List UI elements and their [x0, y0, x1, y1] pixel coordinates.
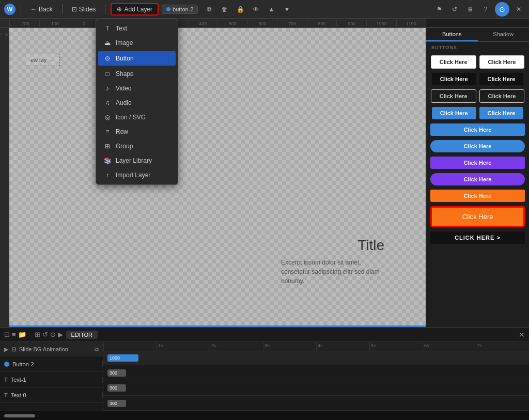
import-layer-label: Import Layer	[116, 172, 150, 179]
timeline-layers-icon[interactable]: ⊡	[4, 331, 10, 338]
row-icon: ≡	[103, 128, 112, 136]
add-layer-dropdown: T Text ⛰ Image ⊙ Button □ Shape ♪ Video …	[96, 19, 178, 185]
ruler-mark: 500	[217, 20, 247, 26]
copy-layer-icon[interactable]: ⧉	[203, 3, 215, 15]
ruler-mark: 600	[247, 20, 277, 26]
down-icon[interactable]: ▼	[281, 3, 293, 15]
btn-blue-rounded-1[interactable]: Click Here	[430, 140, 525, 152]
menu-item-shape[interactable]: □ Shape	[96, 67, 178, 81]
slides-button[interactable]: ⊡ Slides	[68, 4, 100, 14]
current-layer-tag: button-2	[162, 5, 198, 14]
device-icon[interactable]: 🖥	[464, 3, 476, 15]
menu-item-video[interactable]: ♪ Video	[96, 81, 178, 96]
layer-library-icon: 📚	[103, 157, 112, 165]
menu-item-icon-svg[interactable]: ◎ Icon / SVG	[96, 110, 178, 125]
tl-label-text1: T Text-1	[0, 377, 103, 383]
shape-icon: □	[103, 70, 112, 78]
btn-click-here-text[interactable]: CLICK HERE >	[430, 231, 525, 244]
timeline-refresh-icon[interactable]: ↺	[42, 331, 48, 338]
btn-row-8: Click Here	[430, 173, 525, 185]
timeline-content: ▶ ⊡ Slide BG Animation ⧉ Button-2 T	[0, 342, 529, 411]
btn-purple-1[interactable]: Click Here	[430, 157, 525, 169]
btn-blue-2[interactable]: Click Here	[479, 107, 524, 119]
timeline-row-text1: T Text-1	[0, 372, 103, 387]
add-layer-button[interactable]: ⊕ Add Layer	[111, 3, 159, 15]
menu-item-group[interactable]: ⊞ Group	[96, 139, 178, 153]
time-mark-6: 6s	[423, 342, 476, 351]
btn-white-1[interactable]: Click Here	[431, 55, 476, 69]
btn-outline-1[interactable]: Click Here	[431, 89, 476, 103]
text-label: Text	[116, 25, 127, 32]
menu-item-image[interactable]: ⛰ Image	[96, 36, 178, 50]
button2-dot	[4, 362, 9, 367]
timeline-list-icon[interactable]: ≡	[12, 331, 16, 338]
btn-white-2[interactable]: Click Here	[479, 55, 525, 69]
time-mark-5: 5s	[369, 342, 423, 351]
scrollbar-thumb[interactable]	[4, 414, 35, 417]
delete-layer-icon[interactable]: 🗑	[219, 3, 231, 15]
timeline-close-button[interactable]: ✕	[519, 331, 525, 339]
slide-copy-icon: ⧉	[95, 346, 99, 353]
slide-label: Slide BG Animation	[19, 346, 68, 352]
btn-row-1: Click Here Click Here	[430, 55, 525, 69]
tab-buttons[interactable]: Buttons	[426, 28, 478, 41]
menu-item-import-layer[interactable]: ↑ Import Layer	[96, 168, 178, 182]
btn-row-6: Click Here	[430, 140, 525, 152]
lock-icon[interactable]: 🔒	[234, 3, 246, 15]
timeline-grid-icon[interactable]: ⊞	[35, 331, 40, 338]
menu-item-button[interactable]: ⊙ Button	[98, 51, 176, 66]
menu-item-text[interactable]: T Text	[96, 21, 178, 36]
menu-item-row[interactable]: ≡ Row	[96, 125, 178, 139]
wp-logo[interactable]: W	[4, 4, 15, 15]
group-icon: ⊞	[103, 142, 112, 150]
tab-shadow[interactable]: Shadow	[478, 28, 530, 41]
menu-item-layer-library[interactable]: 📚 Layer Library	[96, 153, 178, 168]
menu-item-audio[interactable]: ♫ Audio	[96, 96, 178, 110]
canvas-title: Title	[281, 237, 384, 254]
editor-tab[interactable]: EDITOR	[66, 331, 98, 339]
undo-icon[interactable]: ↺	[448, 3, 461, 15]
text0-type-icon: T	[4, 392, 8, 398]
btn-orange-highlighted[interactable]: Click Here	[430, 206, 525, 227]
slides-icon: ⊡	[72, 6, 77, 13]
topbar: W ← Back ⊡ Slides ⊕ Add Layer button-2 ⧉…	[0, 0, 529, 19]
timeline-topbar: ⊡ ≡ 📁 ⊞ ↺ ⊙ ▶ EDITOR ✕	[0, 328, 529, 342]
close-panel-icon[interactable]: ✕	[512, 3, 525, 15]
slide-arrow-icon: ▶	[4, 346, 8, 353]
audio-icon: ♫	[103, 99, 112, 107]
help-icon[interactable]: ?	[479, 3, 492, 15]
row-label: Row	[116, 128, 128, 135]
canvas-excerpt: Excerpt ipsum dolor sit amet, consetetur…	[281, 258, 384, 286]
timeline-anim-icon[interactable]: ⊙	[50, 331, 56, 338]
btn-orange-1[interactable]: Click Here	[430, 190, 525, 202]
btn-row-4: Click Here Click Here	[430, 107, 525, 119]
btn-row-3: Click Here Click Here	[430, 89, 525, 103]
separator	[21, 4, 21, 14]
visibility-icon[interactable]: 👁	[250, 3, 262, 15]
resize-handle: ↔	[49, 57, 54, 63]
separator	[105, 4, 105, 14]
timeline-folder-icon[interactable]: 📁	[18, 331, 26, 338]
btn-black-2[interactable]: Click Here	[479, 73, 524, 85]
text1-type-icon: T	[4, 377, 8, 383]
btn-blue-1[interactable]: Click Here	[432, 107, 476, 119]
time-mark-0	[103, 342, 157, 351]
btn-row-2: Click Here Click Here	[430, 73, 525, 85]
timeline-area: ⊡ ≡ 📁 ⊞ ↺ ⊙ ▶ EDITOR ✕ ▶ ⊡ Slide BG Anim…	[0, 327, 529, 420]
scrollbar-track[interactable]	[4, 414, 525, 417]
timeline-slide-row: ▶ ⊡ Slide BG Animation ⧉	[0, 342, 103, 356]
timeline-play-icon[interactable]: ▶	[58, 331, 63, 338]
icon-svg-icon: ◎	[103, 113, 112, 121]
back-button[interactable]: ← Back	[26, 4, 57, 14]
flag-icon[interactable]: ⚑	[433, 3, 445, 15]
btn-purple-rounded-1[interactable]: Click Here	[430, 173, 525, 185]
up-icon[interactable]: ▲	[265, 3, 277, 15]
btn-black-1[interactable]: Click Here	[432, 73, 476, 85]
image-label: Image	[116, 39, 133, 46]
canvas-area[interactable]: ew lay ↔ Title Excerpt ipsum dolor sit a…	[9, 28, 426, 327]
time-mark-4: 4s	[316, 342, 369, 351]
spacer	[28, 331, 33, 338]
user-avatar[interactable]: ⊙	[495, 2, 509, 17]
btn-outline-2[interactable]: Click Here	[479, 89, 525, 103]
btn-blue-full-1[interactable]: Click Here	[430, 123, 525, 136]
